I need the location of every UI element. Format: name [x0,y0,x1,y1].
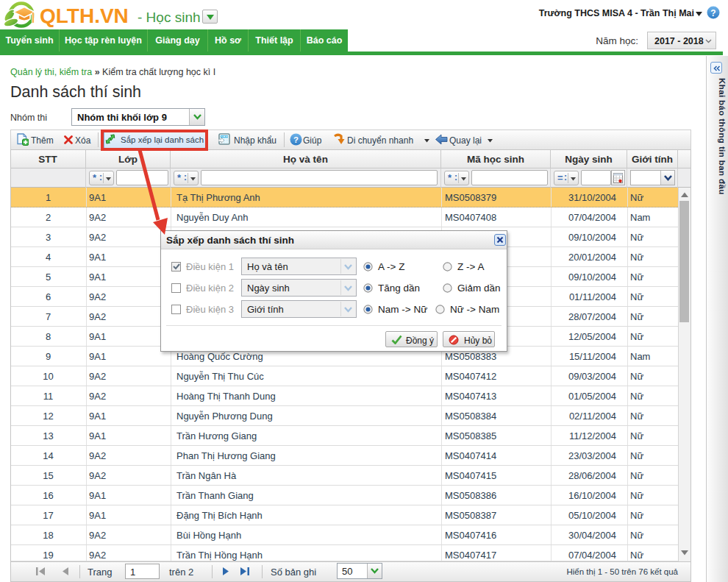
svg-text:?: ? [710,8,715,18]
svg-text:?: ? [293,135,299,144]
